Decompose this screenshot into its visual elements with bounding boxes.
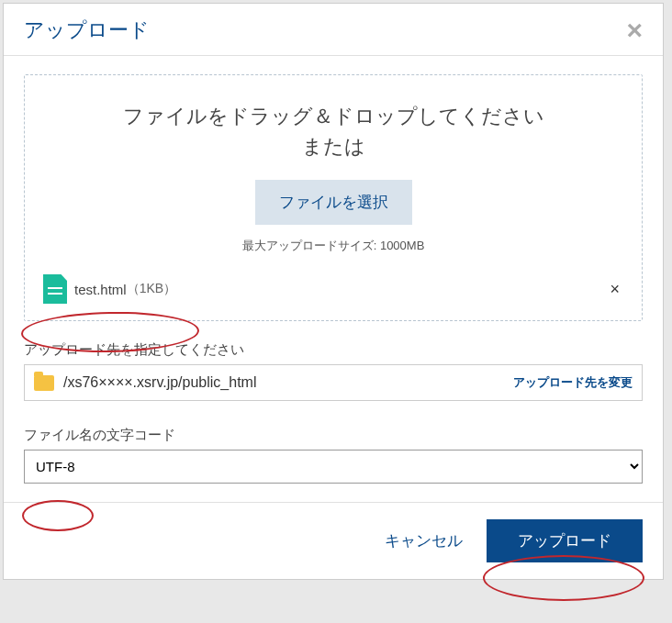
encoding-select[interactable]: UTF-8 [24,450,643,484]
upload-modal: アップロード × ファイルをドラッグ＆ドロップしてください または ファイルを選… [3,3,664,580]
destination-label: アップロード先を指定してください [24,341,643,359]
folder-icon [34,375,54,391]
encoding-label: ファイル名の文字コード [24,427,643,444]
max-size-label: 最大アップロードサイズ: 1000MB [36,238,631,254]
change-destination-link[interactable]: アップロード先を変更 [513,374,633,391]
remove-file-icon[interactable]: × [610,280,623,299]
destination-path: /xs76××××.xsrv.jp/public_html [63,374,513,391]
modal-title: アップロード [24,17,150,44]
dropzone[interactable]: ファイルをドラッグ＆ドロップしてください または ファイルを選択 最大アップロー… [24,74,643,321]
dropzone-text-2: または [36,131,631,161]
close-icon[interactable]: × [626,17,643,44]
file-size: （1KB） [127,281,176,297]
modal-footer: キャンセル アップロード [4,502,663,579]
choose-file-button[interactable]: ファイルを選択 [255,180,412,225]
cancel-button[interactable]: キャンセル [385,530,463,551]
file-icon [43,274,67,304]
modal-header: アップロード × [4,4,663,56]
dropzone-text-1: ファイルをドラッグ＆ドロップしてください [36,101,631,131]
file-row: test.html （1KB） × [36,271,631,304]
upload-button[interactable]: アップロード [487,519,643,562]
file-name: test.html [74,282,127,297]
modal-body: ファイルをドラッグ＆ドロップしてください または ファイルを選択 最大アップロー… [4,56,663,502]
destination-box: /xs76××××.xsrv.jp/public_html アップロード先を変更 [24,364,643,401]
